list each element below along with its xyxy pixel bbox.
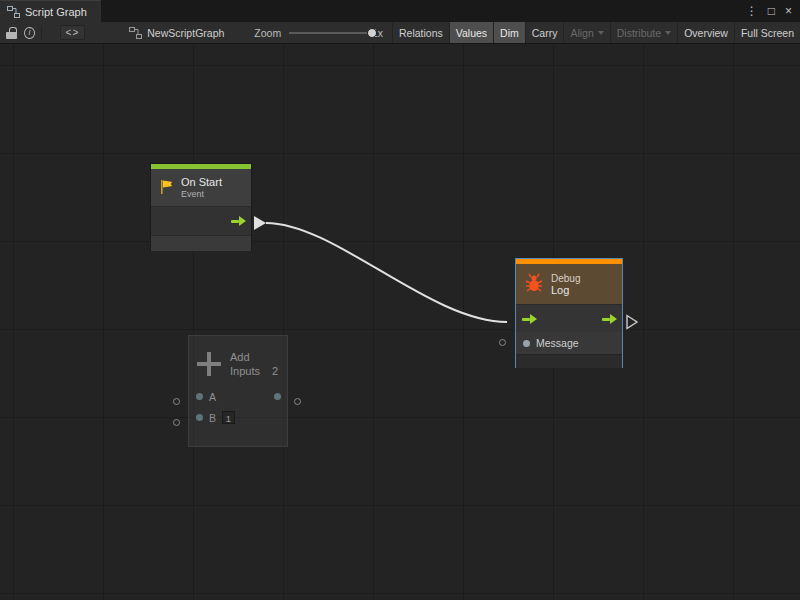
toolbar-buttons: Relations Values Dim Carry Align Distrib… xyxy=(392,22,800,43)
port-b-ring-icon[interactable] xyxy=(173,419,180,426)
zoom-slider[interactable] xyxy=(289,28,367,38)
node-subtitle: Log xyxy=(551,284,580,296)
script-graph-icon xyxy=(129,27,142,39)
tab-title: Script Graph xyxy=(25,6,87,18)
node-header: Debug Log xyxy=(516,264,622,304)
message-port-label: Message xyxy=(536,337,579,349)
output-port-icon[interactable] xyxy=(274,393,281,400)
code-icon[interactable]: <> xyxy=(60,25,86,40)
fullscreen-button[interactable]: Full Screen xyxy=(734,22,800,43)
value-port-icon[interactable] xyxy=(196,414,203,421)
dim-button[interactable]: Dim xyxy=(493,22,525,43)
carry-button[interactable]: Carry xyxy=(525,22,564,43)
menu-icon[interactable]: ⋮ xyxy=(744,0,760,22)
graph-icon xyxy=(7,6,20,18)
zoom-slider-knob[interactable] xyxy=(367,28,377,38)
graph-name[interactable]: NewScriptGraph xyxy=(129,27,224,39)
flow-output-port[interactable] xyxy=(601,313,617,325)
value-port-icon[interactable] xyxy=(523,340,530,347)
node-on-start[interactable]: On Start Event xyxy=(150,163,252,251)
message-port-ring-icon[interactable] xyxy=(499,339,506,346)
overview-button[interactable]: Overview xyxy=(677,22,734,43)
bug-icon xyxy=(523,272,545,296)
flow-input-port[interactable] xyxy=(521,313,537,325)
node-title: On Start xyxy=(181,176,222,188)
port-a-ring-icon[interactable] xyxy=(173,398,180,405)
flag-icon xyxy=(158,178,175,198)
flow-port-row xyxy=(516,304,622,332)
message-port-row: Message xyxy=(516,332,622,354)
port-row-b: B 1 xyxy=(189,407,287,428)
tab-script-graph[interactable]: Script Graph xyxy=(0,0,101,22)
input-count: 2 xyxy=(272,365,278,377)
flow-connection[interactable] xyxy=(266,223,507,322)
graph-canvas[interactable]: On Start Event xyxy=(0,44,800,600)
port-a-label: A xyxy=(209,391,216,403)
node-footer xyxy=(516,354,622,368)
graph-name-label: NewScriptGraph xyxy=(147,27,224,39)
output-port-ring-icon[interactable] xyxy=(294,398,301,405)
maximize-icon[interactable]: □ xyxy=(766,0,777,22)
titlebar: Script Graph ⋮ □ × xyxy=(0,0,800,22)
script-graph-window: Script Graph ⋮ □ × <> NewScriptGraph Zoo… xyxy=(0,0,800,600)
node-debug-log[interactable]: Debug Log Message xyxy=(515,258,623,368)
port-b-value-input[interactable]: 1 xyxy=(222,411,235,424)
node-footer xyxy=(151,235,251,251)
align-button-label: Align xyxy=(570,27,593,39)
align-button[interactable]: Align xyxy=(563,22,609,43)
flow-port-row xyxy=(151,206,251,235)
node-subtitle: Event xyxy=(181,189,222,199)
relations-button[interactable]: Relations xyxy=(392,22,449,43)
node-title: Add xyxy=(230,351,278,363)
window-controls: ⋮ □ × xyxy=(744,0,800,22)
close-icon[interactable]: × xyxy=(783,0,794,22)
zoom-label: Zoom xyxy=(254,27,281,39)
output-stub-arrow-icon[interactable] xyxy=(627,316,637,329)
value-port-icon[interactable] xyxy=(196,393,203,400)
values-button[interactable]: Values xyxy=(449,22,493,43)
node-title: Debug xyxy=(551,273,580,284)
lock-icon[interactable] xyxy=(6,27,15,39)
port-b-label: B xyxy=(209,412,216,424)
port-row-a: A xyxy=(189,386,287,407)
toolbar: <> NewScriptGraph Zoom 1x Relations Valu… xyxy=(0,22,800,44)
dropdown-caret-icon xyxy=(665,31,671,35)
connection-layer xyxy=(0,44,800,600)
info-icon[interactable] xyxy=(24,27,34,39)
plus-icon xyxy=(197,352,221,376)
distribute-button[interactable]: Distribute xyxy=(610,22,677,43)
distribute-button-label: Distribute xyxy=(617,27,661,39)
connection-start-arrow-icon xyxy=(254,216,266,230)
node-header: On Start Event xyxy=(151,169,251,206)
dropdown-caret-icon xyxy=(598,31,604,35)
flow-output-port[interactable] xyxy=(230,215,246,227)
node-add-ghost[interactable]: Add Inputs 2 A B 1 xyxy=(188,335,288,447)
node-subtitle: Inputs xyxy=(230,365,260,377)
toolbar-divider xyxy=(41,26,42,40)
node-header: Add Inputs 2 xyxy=(189,336,287,386)
